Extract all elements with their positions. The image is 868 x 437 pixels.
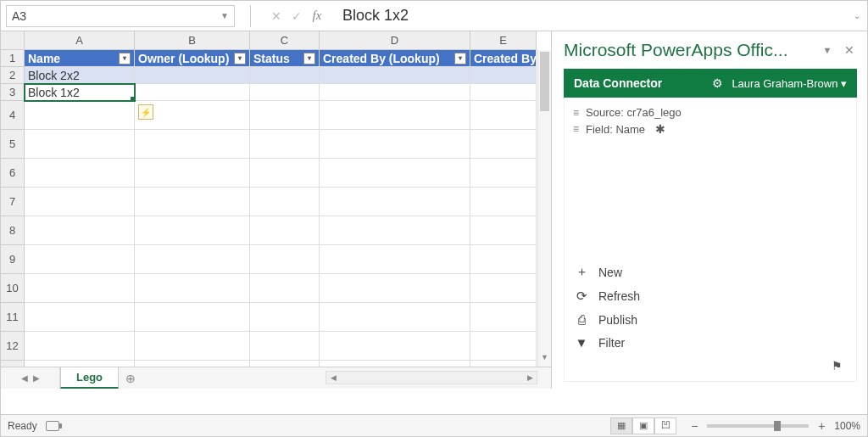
cell[interactable] [250, 130, 320, 159]
cell[interactable] [135, 67, 250, 84]
cell[interactable] [25, 130, 135, 159]
cell[interactable] [25, 216, 135, 245]
cell[interactable] [25, 332, 135, 361]
vertical-scrollbar[interactable]: ▼ [537, 50, 551, 367]
close-icon[interactable]: ✕ [842, 43, 857, 57]
cell[interactable] [470, 159, 537, 188]
cell[interactable] [250, 159, 320, 188]
row-header[interactable]: 9 [1, 245, 25, 274]
cell[interactable] [135, 84, 250, 101]
zoom-out-button[interactable]: − [688, 419, 700, 433]
user-dropdown[interactable]: Laura Graham-Brown ▾ [732, 77, 847, 90]
cell[interactable] [470, 245, 537, 274]
cell[interactable] [250, 216, 320, 245]
new-button[interactable]: ＋New [573, 260, 848, 284]
cell[interactable] [470, 274, 537, 303]
column-header[interactable]: D [320, 31, 470, 50]
row-header[interactable]: 12 [1, 332, 25, 361]
page-break-view-button[interactable]: 凹 [654, 417, 676, 434]
row-header[interactable]: 8 [1, 216, 25, 245]
cell[interactable] [470, 84, 537, 101]
cell[interactable] [320, 303, 470, 332]
cell[interactable] [320, 245, 470, 274]
cell[interactable] [320, 84, 470, 101]
row-header[interactable]: 13 [1, 361, 25, 367]
cell[interactable] [470, 101, 537, 130]
column-header[interactable]: E [470, 31, 537, 50]
zoom-in-button[interactable]: + [815, 419, 827, 433]
scroll-down-icon[interactable]: ▼ [538, 353, 551, 367]
sheet-tab-active[interactable]: Lego [60, 367, 119, 389]
row-header[interactable]: 7 [1, 188, 25, 216]
collapse-formula-bar-button[interactable]: ⌄ [854, 11, 860, 20]
cell[interactable] [250, 245, 320, 274]
refresh-button[interactable]: ⟳Refresh [573, 284, 848, 308]
cell[interactable] [25, 245, 135, 274]
scroll-left-icon[interactable]: ◀ [326, 373, 340, 382]
panel-menu-icon[interactable]: ▼ [820, 45, 835, 55]
cell[interactable] [470, 361, 537, 367]
fx-icon[interactable]: fx [307, 8, 327, 23]
column-header[interactable]: A [25, 31, 135, 50]
cell[interactable] [320, 188, 470, 216]
table-header-cell[interactable]: Created By (Lookup)▾ [320, 50, 470, 67]
row-header[interactable]: 5 [1, 130, 25, 159]
normal-view-button[interactable]: ▦ [610, 417, 632, 434]
row-header[interactable]: 6 [1, 159, 25, 188]
cell[interactable] [135, 303, 250, 332]
cell[interactable] [320, 130, 470, 159]
row-header[interactable]: 1 [1, 50, 25, 67]
column-header[interactable]: B [135, 31, 250, 50]
name-box[interactable]: A3 ▼ [6, 5, 235, 27]
cell[interactable] [25, 101, 135, 130]
cell[interactable] [320, 159, 470, 188]
row-header[interactable]: 3 [1, 84, 25, 101]
cell[interactable] [25, 188, 135, 216]
page-layout-view-button[interactable]: ▣ [632, 417, 654, 434]
cell[interactable] [25, 361, 135, 367]
cell[interactable] [25, 159, 135, 188]
cell[interactable] [470, 67, 537, 84]
filter-button[interactable]: ▼Filter [573, 331, 848, 354]
horizontal-scrollbar[interactable]: ◀ ▶ [326, 371, 537, 384]
macro-record-icon[interactable] [46, 421, 59, 431]
table-header-cell[interactable]: Status▾ [250, 50, 320, 67]
row-header[interactable]: 4 [1, 101, 25, 130]
cell[interactable] [25, 303, 135, 332]
cell-selected[interactable]: Block 1x2 [25, 84, 135, 101]
cell[interactable] [135, 216, 250, 245]
cell[interactable] [470, 188, 537, 216]
cell[interactable] [320, 67, 470, 84]
select-all-corner[interactable] [1, 31, 25, 50]
cell[interactable] [250, 332, 320, 361]
cell[interactable] [250, 274, 320, 303]
table-header-cell[interactable]: Name▾ [25, 50, 135, 67]
cell[interactable] [250, 84, 320, 101]
cell[interactable] [135, 245, 250, 274]
tab-nav-buttons[interactable]: ◀▶ [1, 367, 60, 389]
cell[interactable] [470, 216, 537, 245]
row-header[interactable]: 2 [1, 67, 25, 84]
cell[interactable] [25, 274, 135, 303]
filter-dropdown-icon[interactable]: ▾ [454, 53, 466, 64]
cell[interactable] [135, 188, 250, 216]
zoom-value[interactable]: 100% [834, 420, 860, 432]
cell[interactable] [135, 332, 250, 361]
zoom-slider-knob[interactable] [774, 421, 781, 431]
scrollbar-thumb[interactable] [540, 52, 549, 111]
cell[interactable] [320, 361, 470, 367]
filter-dropdown-icon[interactable]: ▾ [303, 53, 315, 64]
cell[interactable] [135, 130, 250, 159]
filter-dropdown-icon[interactable]: ▾ [234, 53, 246, 64]
cell[interactable] [470, 303, 537, 332]
cell[interactable] [250, 101, 320, 130]
cell[interactable] [250, 188, 320, 216]
table-header-cell[interactable]: Created By [470, 50, 537, 67]
cell[interactable]: Block 2x2 [25, 67, 135, 84]
flag-icon[interactable]: ⚑ [573, 359, 848, 373]
row-header[interactable]: 10 [1, 274, 25, 303]
table-header-cell[interactable]: Owner (Lookup)▾ [135, 50, 250, 67]
cell[interactable] [320, 332, 470, 361]
row-header[interactable]: 11 [1, 303, 25, 332]
cell[interactable] [135, 361, 250, 367]
